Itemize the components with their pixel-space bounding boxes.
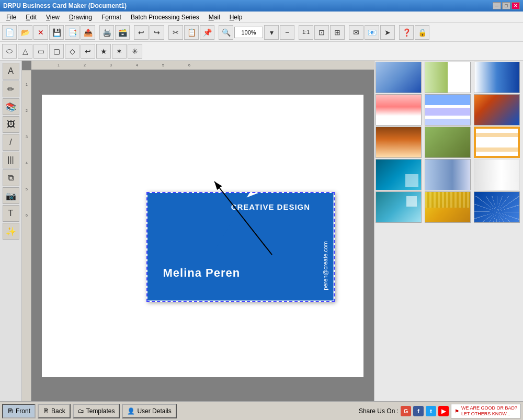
image-tool[interactable]: 🖼 (3, 116, 19, 133)
open-button[interactable]: 📂 (18, 25, 32, 40)
zoom-input[interactable]: 100% (234, 27, 263, 38)
share-label: Share Us On : (359, 407, 399, 415)
cut-button[interactable]: ✂ (168, 25, 183, 40)
rating-icon: ⚑ (454, 408, 459, 414)
main-toolbar: 📄 📂 ✕ 💾 📑 📤 🖨️ 🗃️ ↩ ↪ ✂ 📋 📌 🔍 100% ▾ − 1… (0, 23, 523, 42)
help2-button[interactable]: ❓ (399, 25, 414, 40)
template-6[interactable] (474, 94, 520, 126)
left-tools-panel: A ✏ 📚 🖼 / ||| ⧉ 📷 T ✨ (0, 61, 22, 401)
export-button[interactable]: 📤 (81, 25, 95, 40)
canvas-area: 1 2 3 4 5 6 1 2 3 4 5 6 (22, 61, 374, 401)
template-10[interactable] (376, 159, 422, 190)
starburst-tool[interactable]: ✳ (128, 44, 142, 59)
effects-tool[interactable]: ✨ (3, 223, 19, 240)
redo-button[interactable]: ↪ (150, 25, 164, 40)
youtube-button[interactable]: ▶ (438, 406, 449, 416)
mail-button[interactable]: ✉ (349, 25, 363, 40)
photo-tool[interactable]: 📷 (3, 187, 19, 204)
svg-text:5: 5 (26, 187, 28, 191)
zoom-dropdown-button[interactable]: ▾ (264, 25, 279, 40)
user-details-button[interactable]: 👤 User Details (122, 404, 176, 418)
close-button[interactable]: ✕ (511, 2, 520, 9)
actual-size-button[interactable]: 1:1 (299, 25, 313, 40)
textedit-tool[interactable]: T (3, 205, 19, 222)
new-button[interactable]: 📄 (2, 25, 17, 40)
paste-button[interactable]: 📌 (200, 25, 214, 40)
save-button[interactable]: 💾 (49, 25, 64, 40)
template-13[interactable] (376, 191, 422, 223)
template-5[interactable] (425, 94, 471, 126)
fit-page-button[interactable]: ⊡ (314, 25, 329, 40)
pencil-tool[interactable]: ✏ (3, 81, 19, 97)
app-title: DRPU Business Card Maker (Document1) (3, 2, 127, 9)
rectangle-tool[interactable]: ▭ (33, 44, 48, 59)
line-tool[interactable]: / (3, 134, 19, 151)
status-bar: 🖹 Front 🖹 Back 🗂 Templates 👤 User Detail… (0, 401, 523, 420)
menu-bar: File Edit View Drawing Format Batch Proc… (0, 12, 523, 23)
save-as-button[interactable]: 📑 (65, 25, 79, 40)
rating-text: WE ARE GOOD OR BAD?LET OTHERS KNOW... (461, 405, 517, 417)
template-3[interactable] (474, 62, 520, 93)
database-button[interactable]: 🗃️ (115, 25, 130, 40)
send-button[interactable]: ➤ (380, 25, 395, 40)
menu-drawing[interactable]: Drawing (65, 13, 96, 22)
menu-mail[interactable]: Mail (204, 13, 224, 22)
template-15[interactable] (474, 191, 520, 223)
triangle-tool[interactable]: △ (18, 44, 32, 59)
template-14[interactable] (425, 191, 471, 223)
card-name: Melina Peren (163, 266, 241, 280)
barcode-tool[interactable]: ||| (3, 152, 19, 168)
twitter-button[interactable]: t (426, 406, 436, 416)
star5-tool[interactable]: ★ (96, 44, 111, 59)
clipart-tool[interactable]: 📚 (3, 98, 19, 115)
rounded-rect-tool[interactable]: ▢ (49, 44, 64, 59)
diamond-tool[interactable]: ◇ (65, 44, 79, 59)
template-11[interactable] (425, 159, 471, 190)
undo-button[interactable]: ↩ (134, 25, 149, 40)
google-plus-button[interactable]: G (401, 406, 411, 416)
menu-format[interactable]: Format (97, 13, 126, 22)
layers-tool[interactable]: ⧉ (3, 169, 19, 186)
template-2[interactable] (425, 62, 471, 93)
ellipse-tool[interactable]: ⬭ (2, 44, 17, 59)
template-8[interactable] (425, 127, 471, 158)
menu-file[interactable]: File (2, 13, 20, 22)
templates-icon: 🗂 (78, 407, 84, 415)
user-details-label: User Details (137, 407, 171, 415)
svg-text:2: 2 (26, 109, 28, 112)
canvas-workspace[interactable]: CRDE CREATIVE DESIGN Melina Peren peren@… (31, 70, 374, 401)
print-button[interactable]: 🖨️ (99, 25, 114, 40)
back-button[interactable]: 🖹 Back (38, 404, 71, 418)
facebook-button[interactable]: f (413, 406, 424, 416)
templates-button[interactable]: 🗂 Templates (73, 404, 120, 418)
grid-button[interactable]: ⊞ (330, 25, 345, 40)
menu-view[interactable]: View (42, 13, 64, 22)
svg-text:4: 4 (136, 63, 138, 67)
template-4[interactable] (376, 94, 422, 126)
arrow-tool[interactable]: ↩ (81, 44, 95, 59)
menu-batch-processing[interactable]: Batch Processing Series (127, 13, 203, 22)
template-7[interactable] (376, 127, 422, 158)
svg-text:4: 4 (26, 161, 28, 165)
close-button[interactable]: ✕ (33, 25, 48, 40)
zoom-out-button[interactable]: 🔍 (219, 25, 233, 40)
zoom-out-small-button[interactable]: − (280, 25, 294, 40)
copy-button[interactable]: 📋 (184, 25, 199, 40)
star6-tool[interactable]: ✶ (112, 44, 127, 59)
minimize-button[interactable]: ─ (493, 2, 501, 9)
svg-text:1: 1 (58, 63, 60, 67)
text-tool[interactable]: A (3, 63, 19, 80)
rating-box[interactable]: ⚑ WE ARE GOOD OR BAD?LET OTHERS KNOW... (451, 404, 521, 418)
share-section: Share Us On : G f t ▶ ⚑ WE ARE GOOD OR B… (359, 404, 521, 418)
maximize-button[interactable]: □ (502, 2, 510, 9)
menu-help[interactable]: Help (225, 13, 247, 22)
mail2-button[interactable]: 📧 (365, 25, 379, 40)
template-12[interactable] (474, 159, 520, 190)
front-icon: 🖹 (7, 407, 14, 415)
business-card: CRDE CREATIVE DESIGN Melina Peren peren@… (146, 192, 335, 302)
menu-edit[interactable]: Edit (21, 13, 41, 22)
template-1[interactable] (376, 62, 422, 93)
lock-button[interactable]: 🔒 (415, 25, 429, 40)
front-button[interactable]: 🖹 Front (2, 404, 36, 418)
template-9[interactable] (474, 127, 520, 158)
